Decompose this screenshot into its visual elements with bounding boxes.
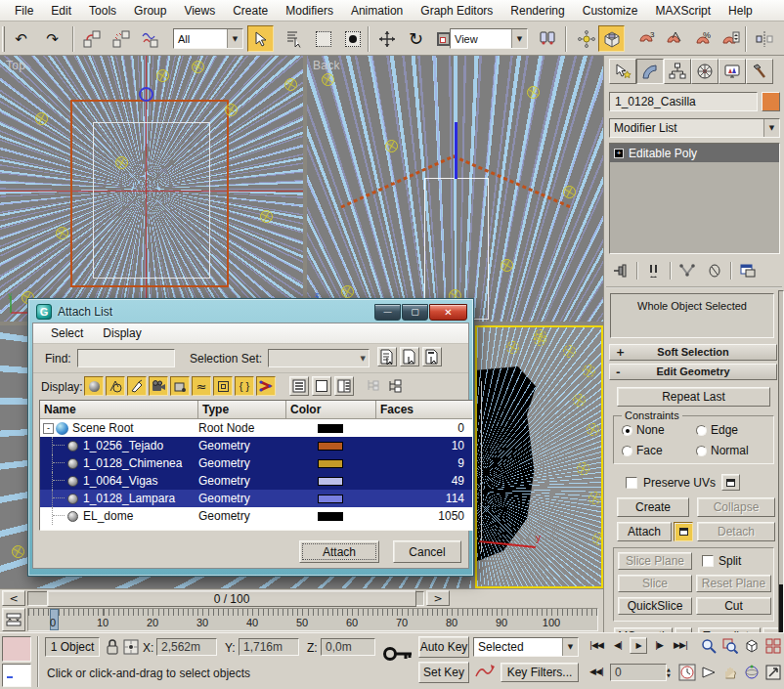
rollout-edit-geometry[interactable]: -Edit Geometry xyxy=(609,364,777,380)
display-shapes-icon[interactable] xyxy=(106,376,125,396)
menu-edit[interactable]: Edit xyxy=(42,1,80,21)
selection-lock-icon[interactable] xyxy=(106,639,119,657)
time-back-icon[interactable]: < xyxy=(2,590,25,606)
color-swatch[interactable] xyxy=(318,495,343,503)
stack-item-editable-poly[interactable]: + Editable Poly xyxy=(610,144,779,162)
column-type[interactable]: Type xyxy=(198,401,286,418)
spinner-snap-icon[interactable] xyxy=(717,25,743,52)
select-by-name-icon[interactable] xyxy=(281,25,307,52)
quickslice-button[interactable]: QuickSlice xyxy=(618,597,692,615)
dropdown-arrow-icon[interactable]: ▼ xyxy=(763,119,779,137)
display-bones-icon[interactable] xyxy=(256,376,276,396)
macro-recorder-pane[interactable] xyxy=(2,636,31,662)
column-faces[interactable]: Faces xyxy=(376,401,472,418)
menu-create[interactable]: Create xyxy=(224,1,277,21)
toolbar-grip[interactable] xyxy=(2,26,5,52)
dropdown-arrow-icon[interactable]: ▼ xyxy=(227,29,242,48)
display-helpers-icon[interactable] xyxy=(170,376,190,396)
snap-3d-icon[interactable]: 3 xyxy=(632,25,659,52)
tab-modify-icon[interactable] xyxy=(636,59,664,84)
select-and-move-icon[interactable] xyxy=(373,25,400,52)
show-end-result-icon[interactable] xyxy=(642,260,666,281)
preserve-uvs-settings-icon[interactable] xyxy=(721,474,740,491)
table-row-vigas[interactable]: 1_0064_Vigas Geometry 49 xyxy=(40,472,472,490)
menu-rendering[interactable]: Rendering xyxy=(501,1,573,21)
current-frame-field[interactable]: 0 xyxy=(610,664,667,681)
menu-graph-editors[interactable]: Graph Editors xyxy=(412,1,501,21)
cut-button[interactable]: Cut xyxy=(696,597,771,615)
previous-frame-icon[interactable]: ◀| xyxy=(610,636,626,654)
play-icon[interactable]: ▶ xyxy=(630,637,647,654)
menu-tools[interactable]: Tools xyxy=(80,1,125,21)
menu-customize[interactable]: Customize xyxy=(574,1,647,21)
object-color-swatch[interactable] xyxy=(762,92,780,111)
zoom-all-icon[interactable] xyxy=(721,637,739,655)
tab-motion-icon[interactable] xyxy=(691,59,719,84)
new-key-curve-icon[interactable] xyxy=(475,664,495,681)
minimize-button[interactable]: — xyxy=(374,304,401,321)
maxscript-listener-pane[interactable] xyxy=(2,664,31,687)
selection-filter-dropdown[interactable]: All ▼ xyxy=(173,28,243,49)
reset-plane-button[interactable]: Reset Plane xyxy=(696,575,771,592)
display-xrefs-icon[interactable]: { } xyxy=(235,376,254,396)
maximize-viewport-icon[interactable] xyxy=(764,664,782,681)
menu-file[interactable]: File xyxy=(6,1,42,21)
modifier-list-dropdown[interactable]: Modifier List ▼ xyxy=(609,118,780,138)
viewport-active[interactable]: y xyxy=(475,325,603,588)
z-coordinate-field[interactable]: 0,0m xyxy=(321,638,375,656)
detach-button[interactable]: Detach xyxy=(697,522,775,541)
subobject-expand-icon[interactable]: + xyxy=(614,149,624,158)
object-name-field[interactable]: 1_0128_Casilla xyxy=(609,92,758,111)
tab-display-icon[interactable] xyxy=(719,59,746,84)
dropdown-arrow-icon[interactable]: ▼ xyxy=(511,29,527,48)
time-slider-handle[interactable]: 0 / 100 xyxy=(47,590,416,607)
make-unique-icon[interactable] xyxy=(675,260,699,281)
rectangular-selection-region-icon[interactable] xyxy=(310,25,336,52)
viewport-back-label[interactable]: Back xyxy=(313,59,340,72)
arc-rotate-icon[interactable] xyxy=(743,664,761,681)
frame-spinner[interactable]: ▲▼ xyxy=(667,664,676,681)
rollout-soft-selection[interactable]: +Soft Selection xyxy=(609,344,777,361)
dialog-menu-display[interactable]: Display xyxy=(93,324,151,342)
auto-key-button[interactable]: Auto Key xyxy=(418,636,469,658)
mirror-icon[interactable] xyxy=(751,25,777,52)
y-coordinate-field[interactable]: 1,716m xyxy=(239,638,299,656)
mini-curve-editor-icon[interactable] xyxy=(2,608,25,631)
key-mode-toggle-icon[interactable]: ◀◀| xyxy=(587,663,606,680)
select-and-link-icon[interactable] xyxy=(78,25,105,52)
tab-utilities-icon[interactable] xyxy=(746,59,773,84)
display-invert-icon[interactable] xyxy=(334,376,354,396)
remove-modifier-icon[interactable] xyxy=(703,260,726,281)
undo-icon[interactable]: ↶ xyxy=(8,25,34,52)
viewport-top[interactable]: Top xy xyxy=(0,56,303,322)
subtract-from-set-icon[interactable] xyxy=(422,347,442,366)
key-mode-dropdown[interactable]: Selected ▼ xyxy=(473,637,579,657)
constraint-edge-radio[interactable]: Edge xyxy=(696,423,738,437)
slice-plane-button[interactable]: Slice Plane xyxy=(618,552,692,570)
unlink-selection-icon[interactable] xyxy=(108,25,134,52)
pan-hand-icon[interactable] xyxy=(721,664,739,681)
create-selection-set-icon[interactable] xyxy=(377,347,397,366)
dialog-menu-select[interactable]: Select xyxy=(41,324,93,342)
select-and-rotate-icon[interactable]: ↻ xyxy=(403,25,429,52)
use-pivot-point-center-icon[interactable] xyxy=(534,25,560,52)
display-all-icon[interactable] xyxy=(289,376,309,396)
display-influences-icon[interactable] xyxy=(387,378,403,396)
attach-settings-icon[interactable] xyxy=(674,522,693,541)
display-lights-icon[interactable] xyxy=(127,376,147,396)
preserve-uvs-checkbox[interactable] xyxy=(626,477,637,489)
select-and-manipulate-icon[interactable] xyxy=(573,25,599,52)
zoom-extents-icon[interactable] xyxy=(743,637,761,655)
viewport-back[interactable]: Back xz xyxy=(307,56,603,322)
add-to-set-icon[interactable] xyxy=(400,347,419,366)
set-keys-icon[interactable] xyxy=(383,643,414,667)
split-checkbox[interactable] xyxy=(702,555,714,567)
selection-set-dropdown[interactable]: ▼ xyxy=(268,349,370,367)
bind-to-space-warp-icon[interactable] xyxy=(137,25,163,52)
display-cameras-icon[interactable] xyxy=(149,376,168,396)
maximize-button[interactable]: ▢ xyxy=(402,304,428,321)
configure-modifier-sets-icon[interactable] xyxy=(736,260,760,281)
dropdown-arrow-icon[interactable]: ▼ xyxy=(562,638,578,656)
tab-create-icon[interactable] xyxy=(609,59,636,84)
attach-button-panel[interactable]: Attach xyxy=(617,522,672,541)
